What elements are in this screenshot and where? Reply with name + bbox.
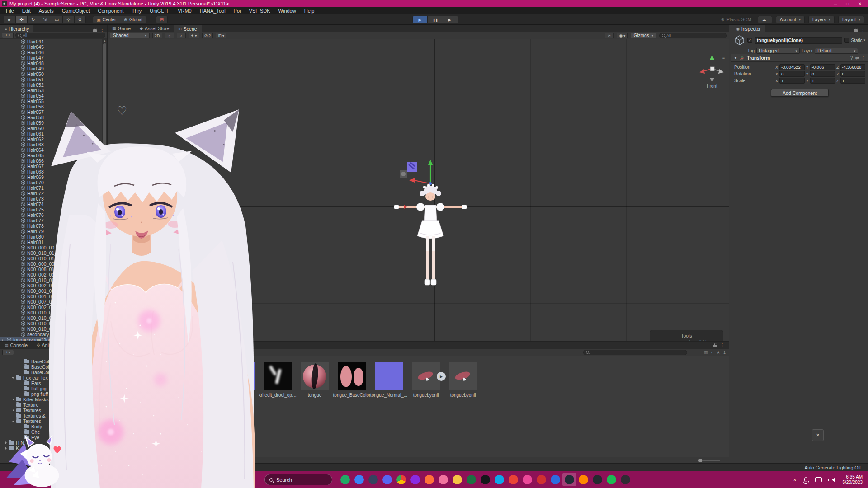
tab-console[interactable]: ▤ Console	[0, 342, 32, 349]
pivot-toggle-button[interactable]: ▣ Center	[93, 16, 120, 23]
scene-overlay-menu-icon[interactable]: ≡	[722, 56, 725, 60]
hierarchy-item[interactable]: Hair052	[0, 82, 102, 88]
app-files[interactable]	[450, 473, 464, 486]
hierarchy-item[interactable]: Hair048	[0, 61, 102, 66]
transform-component-header[interactable]: ▼ Transform ? ⇌ ⋮	[731, 54, 868, 62]
add-component-button[interactable]: Add Component	[771, 89, 829, 97]
panel-menu-icon[interactable]: ⋮	[720, 343, 725, 347]
app-red[interactable]	[534, 473, 548, 486]
app-visual-studio[interactable]	[408, 473, 422, 486]
menu-item[interactable]: Help	[300, 8, 319, 14]
space-toggle-button[interactable]: ⊕ Global	[120, 16, 146, 23]
tab-hierarchy[interactable]: ≡ Hierarchy	[0, 25, 33, 32]
tray-chevron-icon[interactable]: ∧	[793, 477, 796, 482]
step-button[interactable]: ▶	[443, 16, 458, 23]
expander-icon[interactable]	[12, 409, 16, 412]
close-button[interactable]: ✕	[858, 1, 862, 6]
menu-item[interactable]: Poi	[230, 8, 245, 14]
scene-audio-toggle[interactable]: ♪	[177, 33, 186, 38]
menu-item[interactable]: UniGLTF	[146, 8, 174, 14]
custom-tool-icon[interactable]: ⚙	[74, 16, 86, 23]
app-mail[interactable]	[352, 473, 366, 486]
hierarchy-item[interactable]: Hair050	[0, 71, 102, 77]
y-field[interactable]: 0	[810, 71, 835, 77]
app-monitor[interactable]	[366, 473, 380, 486]
asset-item[interactable]: ▶ tonguebyonii	[411, 362, 441, 457]
menu-item[interactable]: VRM0	[174, 8, 196, 14]
scene-effects-dropdown[interactable]: ✦▾	[189, 33, 199, 38]
presets-icon[interactable]: ⇌	[855, 56, 859, 61]
floating-close-button[interactable]: ✕	[812, 429, 824, 441]
microphone-icon[interactable]	[804, 477, 807, 482]
help-icon[interactable]: ?	[850, 56, 853, 61]
play-badge-icon[interactable]: ▶	[437, 372, 446, 381]
app-blue[interactable]	[548, 473, 562, 486]
z-field[interactable]: 0	[840, 71, 865, 77]
hierarchy-item[interactable]: Hair044	[0, 39, 102, 44]
move-tool-icon[interactable]: ✛	[15, 16, 27, 23]
scene-avatar[interactable]	[379, 158, 483, 303]
asset-thumbnail[interactable]	[264, 362, 292, 390]
2d-toggle[interactable]: 2D	[152, 33, 162, 38]
taskbar-clock[interactable]: 6:35 AM 5/20/2023	[843, 474, 863, 485]
project-filter-icon[interactable]: ◐	[711, 350, 713, 355]
app-edge[interactable]	[492, 473, 506, 486]
app-chrome[interactable]	[394, 473, 408, 486]
lock-icon[interactable]	[713, 345, 717, 347]
component-menu-icon[interactable]: ⋮	[861, 56, 866, 61]
project-search-text[interactable]	[590, 350, 684, 355]
rect-tool-icon[interactable]: ▭	[51, 16, 62, 23]
hand-tool-icon[interactable]: ☛	[4, 16, 15, 23]
hidden-objects-toggle[interactable]: ⊘2	[202, 33, 213, 38]
maximize-button[interactable]: □	[846, 1, 849, 6]
gizmo-x-arrow[interactable]	[414, 180, 429, 183]
y-field[interactable]: 1	[810, 78, 835, 84]
app-firefox[interactable]	[422, 473, 436, 486]
asset-thumbnail[interactable]	[301, 362, 329, 390]
x-field[interactable]: 1	[779, 78, 804, 84]
app-pink[interactable]	[436, 473, 450, 486]
app-x[interactable]	[478, 473, 492, 486]
asset-thumbnail[interactable]	[338, 362, 366, 390]
plastic-scm-button[interactable]: ⚙ Plastic SCM	[718, 17, 754, 22]
expander-icon[interactable]: ▼	[734, 56, 737, 60]
layers-dropdown[interactable]: Layers▾	[808, 16, 835, 23]
app-gmail[interactable]	[506, 473, 520, 486]
create-asset-button[interactable]: +▾	[2, 350, 14, 355]
asset-item[interactable]: tongue_BaseColor	[337, 362, 367, 457]
taskbar-search[interactable]: Search	[264, 474, 332, 485]
expander-icon[interactable]	[12, 376, 16, 380]
rotate-tool-icon[interactable]: ↻	[27, 16, 39, 23]
cloud-button[interactable]: ☁	[758, 16, 772, 23]
project-filter-icon[interactable]: 1	[723, 350, 726, 355]
app-green-circle[interactable]	[338, 473, 352, 486]
pause-button[interactable]: ❚❚	[428, 16, 443, 23]
app-obs[interactable]	[618, 473, 632, 486]
x-field[interactable]: -0.004522	[779, 64, 804, 70]
panel-menu-icon[interactable]: ⋮	[100, 28, 104, 32]
layer-dropdown[interactable]: Default▾	[815, 48, 858, 54]
app-vlc[interactable]	[576, 473, 590, 486]
menu-item[interactable]: Component	[94, 8, 127, 14]
hierarchy-item[interactable]: Hair054	[0, 93, 102, 99]
hierarchy-item[interactable]: Hair047	[0, 55, 102, 61]
app-unity[interactable]	[562, 473, 576, 486]
thumbnail-size-slider[interactable]	[699, 460, 720, 461]
grid-visibility-dropdown[interactable]: ⊞▾	[216, 33, 226, 38]
hierarchy-item[interactable]: Hair055	[0, 99, 102, 104]
object-name-field[interactable]: tonguebyonii(Clone)	[755, 37, 842, 44]
speaker-icon[interactable]	[830, 478, 835, 482]
y-field[interactable]: -0.066	[810, 64, 835, 70]
tab-scene[interactable]: ⊞ Scene	[174, 25, 201, 32]
scale-tool-icon[interactable]: ⇲	[39, 16, 51, 23]
project-filter-icon[interactable]: ★	[717, 350, 720, 355]
hierarchy-item[interactable]: Hair049	[0, 66, 102, 71]
project-filter-icon[interactable]: ▥	[704, 350, 708, 355]
hierarchy-search-input[interactable]: All	[15, 33, 105, 38]
tab-asset-store[interactable]: ◆ Asset Store	[135, 25, 174, 32]
lock-icon[interactable]	[93, 29, 97, 32]
menu-item[interactable]: Thry	[127, 8, 146, 14]
menu-item[interactable]: HANA_Tool	[196, 8, 230, 14]
menu-item[interactable]: Window	[274, 8, 300, 14]
shading-mode-dropdown[interactable]: Shaded▾	[110, 33, 150, 38]
